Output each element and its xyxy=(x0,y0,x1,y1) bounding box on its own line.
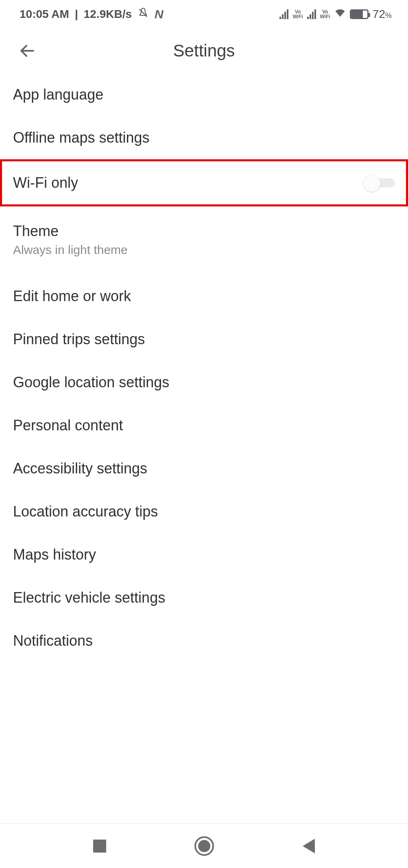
square-icon xyxy=(93,840,106,853)
wifi-icon xyxy=(334,7,346,22)
vowifi-icon-2: VoWiFi xyxy=(320,9,330,19)
row-accessibility[interactable]: Accessibility settings xyxy=(0,447,408,490)
page-title: Settings xyxy=(0,41,408,61)
row-label: Theme xyxy=(13,223,128,240)
row-offline-maps[interactable]: Offline maps settings xyxy=(0,116,408,159)
row-personal-content[interactable]: Personal content xyxy=(0,404,408,447)
row-edit-home-work[interactable]: Edit home or work xyxy=(0,270,408,318)
n-icon: N xyxy=(155,7,164,21)
row-label: Maps history xyxy=(13,546,96,563)
battery-value: 72 xyxy=(373,8,385,20)
row-label: Electric vehicle settings xyxy=(13,589,165,606)
status-right: VoWiFi VoWiFi 72% xyxy=(279,7,392,22)
settings-list: App language Offline maps settings Wi-Fi… xyxy=(0,73,408,662)
row-label: Wi-Fi only xyxy=(13,174,78,191)
nav-bar xyxy=(0,823,408,868)
wifi-only-toggle[interactable] xyxy=(363,175,395,191)
nav-home-button[interactable] xyxy=(194,836,214,856)
triangle-left-icon xyxy=(303,839,315,853)
row-label: Pinned trips settings xyxy=(13,331,145,348)
row-label: Google location settings xyxy=(13,374,169,391)
status-time: 10:05 AM xyxy=(20,8,69,21)
row-label: Notifications xyxy=(13,632,93,649)
row-maps-history[interactable]: Maps history xyxy=(0,533,408,576)
status-bar: 10:05 AM | 12.9KB/s N VoWiFi VoWiFi 72% xyxy=(0,0,408,28)
row-subtitle: Always in light theme xyxy=(13,243,128,257)
row-label: Accessibility settings xyxy=(13,460,147,477)
row-ev-settings[interactable]: Electric vehicle settings xyxy=(0,576,408,619)
mute-icon xyxy=(137,7,149,22)
app-bar: Settings xyxy=(0,28,408,73)
status-speed: 12.9KB/s xyxy=(84,8,132,21)
row-label: Edit home or work xyxy=(13,288,131,305)
vowifi-icon: VoWiFi xyxy=(292,9,303,19)
back-button[interactable] xyxy=(9,33,46,69)
row-label: Personal content xyxy=(13,417,123,434)
percent-symbol: % xyxy=(385,11,392,20)
row-location-tips[interactable]: Location accuracy tips xyxy=(0,490,408,533)
battery-icon xyxy=(350,9,369,19)
row-wifi-only[interactable]: Wi-Fi only xyxy=(0,159,408,206)
row-label: Offline maps settings xyxy=(13,129,150,146)
row-notifications[interactable]: Notifications xyxy=(0,619,408,662)
status-separator: | xyxy=(75,8,78,21)
arrow-left-icon xyxy=(18,42,36,60)
row-pinned-trips[interactable]: Pinned trips settings xyxy=(0,318,408,361)
status-left: 10:05 AM | 12.9KB/s N xyxy=(20,7,164,22)
signal-icon xyxy=(279,9,288,19)
nav-recents-button[interactable] xyxy=(93,840,106,853)
toggle-thumb xyxy=(363,175,380,192)
battery-percent: 72% xyxy=(373,8,392,21)
signal-icon-2 xyxy=(307,9,316,19)
row-theme[interactable]: Theme Always in light theme xyxy=(0,206,408,270)
circle-icon xyxy=(194,836,214,856)
row-app-language[interactable]: App language xyxy=(0,73,408,116)
row-label: Location accuracy tips xyxy=(13,503,158,520)
row-label: App language xyxy=(13,86,103,103)
row-google-location[interactable]: Google location settings xyxy=(0,361,408,404)
nav-back-button[interactable] xyxy=(303,839,315,853)
